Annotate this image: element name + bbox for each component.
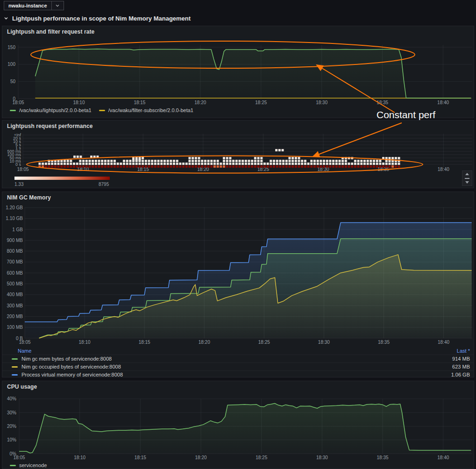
- tick-label: 700 MB: [7, 259, 23, 264]
- cpu-usage-chart[interactable]: 0%10%20%30%40%18:0518:1018:1518:2018:251…: [2, 381, 474, 469]
- tick-label: 18:40: [438, 340, 449, 345]
- arrow-down-icon[interactable]: [465, 181, 469, 184]
- panel-title: Lightpush request performance: [7, 123, 93, 129]
- toolbar: nwaku-instance: [0, 0, 476, 12]
- series-color-dash: [12, 366, 18, 368]
- tick-label: 18:25: [256, 455, 267, 460]
- tick-label: 18:35: [378, 340, 390, 345]
- tick-label: 400 MB: [7, 292, 23, 297]
- nim-gc-memory-chart[interactable]: 0 B100 MB200 MB300 MB400 MB500 MB600 MB7…: [2, 192, 474, 346]
- legend-table-row[interactable]: Nim gc mem bytes of servicenode:8008914 …: [2, 355, 474, 362]
- tick-label: 18:10: [74, 455, 85, 460]
- dashboard-row-header[interactable]: Lightpush performance in scope of Nim Me…: [4, 14, 191, 22]
- series-color-dash: [10, 465, 16, 466]
- variable-dropdown-button[interactable]: [52, 1, 64, 10]
- tick-label: 18:10: [73, 100, 85, 105]
- cpu-legend: servicenode: [10, 462, 47, 468]
- tick-label: 300 MB: [7, 303, 23, 308]
- series-name: servicenode: [19, 462, 47, 468]
- tick-label: 18:05: [13, 455, 25, 460]
- series-color-dash: [12, 358, 18, 360]
- tick-label: 18:15: [139, 340, 150, 345]
- request-rate-chart[interactable]: 05010015018:0518:1018:1518:2018:2518:301…: [2, 26, 474, 118]
- legend-table-header: Name Last *: [2, 347, 474, 355]
- tick-label: 0 s: [15, 162, 21, 167]
- tick-label: 18:30: [316, 455, 328, 460]
- series-area: [19, 404, 471, 454]
- arrow-up-icon[interactable]: [465, 173, 469, 175]
- legend-item[interactable]: /vac/waku/lightpush/2.0.0-beta1: [10, 107, 92, 113]
- legend-item[interactable]: servicenode: [10, 462, 47, 468]
- heatmap-color-scale: [14, 177, 110, 180]
- heatmap-scale-min: 1.33: [14, 182, 23, 187]
- tick-label: 18:30: [316, 100, 327, 105]
- series-last-value: 914 MB: [452, 356, 470, 362]
- panel-cpu-usage: CPU usage 0%10%20%30%40%18:0518:1018:151…: [2, 381, 474, 469]
- tick-label: 18:35: [377, 100, 388, 105]
- panel-title: NIM GC Memory: [7, 194, 51, 201]
- tick-label: 18:05: [17, 167, 28, 172]
- series-name: Nim gc occupied bytes of servicenode:800…: [21, 364, 121, 370]
- scroll-stepper[interactable]: [462, 171, 472, 186]
- tick-label: 18:20: [195, 455, 207, 460]
- variable-value-label: nwaku-instance: [8, 3, 47, 8]
- tick-label: 20%: [7, 424, 16, 429]
- tick-label: 900 MB: [7, 238, 23, 243]
- tick-label: 30%: [7, 410, 16, 415]
- series-name: Nim gc mem bytes of servicenode:8008: [21, 356, 112, 362]
- tick-label: 600 MB: [7, 270, 23, 276]
- tick-label: 18:40: [438, 167, 449, 172]
- tick-label: 40%: [7, 396, 16, 401]
- series-area: [35, 49, 471, 99]
- chevron-down-icon: [4, 14, 8, 22]
- chevron-down-icon: [55, 1, 60, 10]
- request-rate-legend: /vac/waku/lightpush/2.0.0-beta1/vac/waku…: [10, 107, 193, 113]
- grafana-dashboard: { "toolbar": { "variable_label": "nwaku-…: [0, 0, 476, 469]
- legend-table-row[interactable]: Nim gc occupied bytes of servicenode:800…: [2, 362, 474, 370]
- panel-nim-gc-memory: NIM GC Memory 0 B100 MB200 MB300 MB400 M…: [2, 192, 474, 377]
- panel-lightpush-request-performance: Lightpush request performance +Inf20 s10…: [2, 120, 474, 188]
- tick-label: 18:15: [134, 100, 145, 105]
- heatmap-scale-max: 8795: [99, 182, 109, 187]
- series-last-value: 1.06 GB: [451, 372, 470, 377]
- panel-lightpush-filter-request-rate: Lightpush and filter request rate 050100…: [2, 26, 474, 118]
- panel-title: Lightpush and filter request rate: [7, 28, 94, 35]
- legend-col-name[interactable]: Name: [18, 348, 31, 354]
- tick-label: 1 GB: [12, 227, 23, 232]
- legend-table-row[interactable]: Process virtual memory of servicenode:80…: [2, 370, 474, 378]
- series-color-dash: [12, 374, 18, 376]
- tick-label: 1.20 GB: [6, 205, 23, 210]
- tick-label: 18:20: [194, 100, 206, 105]
- tick-label: 10%: [7, 437, 16, 442]
- tick-label: 200 MB: [7, 314, 23, 319]
- series-name: /vac/waku/filter-subscribe/2.0.0-beta1: [108, 107, 193, 113]
- tick-label: 18:25: [255, 100, 267, 105]
- tick-label: 100 MB: [7, 325, 23, 330]
- memory-legend-table: Name Last * Nim gc mem bytes of servicen…: [2, 347, 474, 378]
- drag-handle-icon[interactable]: [465, 178, 469, 179]
- tick-label: 18:40: [437, 455, 449, 460]
- variable-value-button[interactable]: nwaku-instance: [4, 1, 52, 10]
- tick-label: 800 MB: [7, 249, 23, 254]
- tick-label: 18:25: [258, 340, 270, 345]
- tick-label: 18:40: [437, 100, 449, 105]
- tick-label: 18:35: [377, 455, 389, 460]
- tick-label: 50: [10, 79, 16, 84]
- template-variable-dropdown: nwaku-instance: [4, 1, 64, 10]
- tick-label: 100: [7, 62, 15, 67]
- request-performance-heatmap[interactable]: +Inf20 s10 s5 s1 s500 ms100 ms50 ms10 ms…: [2, 121, 474, 188]
- tick-label: 18:15: [135, 455, 146, 460]
- series-name: Process virtual memory of servicenode:80…: [21, 372, 123, 377]
- series-name: /vac/waku/lightpush/2.0.0-beta1: [19, 107, 92, 113]
- tick-label: 18:05: [19, 340, 30, 345]
- tick-label: 18:20: [199, 340, 210, 345]
- tick-label: 1.10 GB: [6, 216, 23, 221]
- tick-label: 500 MB: [7, 281, 23, 286]
- tick-label: 18:05: [12, 100, 24, 105]
- legend-item[interactable]: /vac/waku/filter-subscribe/2.0.0-beta1: [99, 107, 193, 113]
- series-color-dash: [99, 110, 105, 111]
- tick-label: 18:10: [79, 340, 91, 345]
- series-last-value: 623 MB: [452, 364, 470, 370]
- series-color-dash: [10, 110, 16, 111]
- legend-col-last[interactable]: Last *: [457, 348, 470, 354]
